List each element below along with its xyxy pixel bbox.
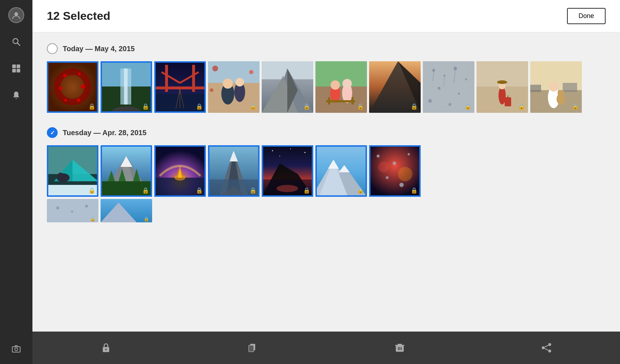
- lock-icon: 🔒: [411, 187, 418, 194]
- lock-icon: 🔒: [518, 103, 525, 110]
- svg-point-158: [542, 346, 545, 349]
- bell-icon[interactable]: [8, 87, 24, 103]
- svg-point-53: [342, 79, 352, 88]
- svg-point-91: [561, 90, 564, 93]
- lock-icon: 🔒: [357, 187, 364, 194]
- svg-point-125: [279, 156, 280, 156]
- photo-item[interactable]: 🔒: [369, 61, 421, 113]
- photo-item[interactable]: 🔒: [477, 61, 528, 113]
- svg-point-41: [210, 88, 213, 92]
- svg-rect-54: [326, 100, 355, 102]
- svg-rect-5: [12, 69, 16, 72]
- search-icon[interactable]: [8, 34, 24, 50]
- svg-rect-3: [12, 65, 16, 68]
- lock-icon: 🔒: [142, 103, 149, 110]
- svg-rect-6: [17, 69, 20, 72]
- photo-item[interactable]: 🔒: [154, 61, 206, 113]
- delete-toolbar-icon[interactable]: [389, 337, 411, 359]
- section-checkbox-tuesday[interactable]: [47, 127, 58, 138]
- svg-point-40: [249, 70, 253, 74]
- svg-rect-150: [249, 345, 254, 352]
- lock-toolbar-icon[interactable]: [95, 337, 117, 359]
- selected-count: 12 Selected: [47, 9, 110, 23]
- photo-item[interactable]: 🔒: [208, 61, 260, 113]
- photo-grid-tuesday-row2: 🔒 🔒: [47, 199, 606, 222]
- svg-point-157: [548, 343, 551, 346]
- photo-item[interactable]: 🔒: [47, 145, 98, 197]
- svg-point-124: [305, 152, 306, 153]
- svg-point-78: [497, 80, 507, 84]
- svg-point-37: [223, 79, 233, 89]
- svg-point-16: [59, 86, 62, 90]
- svg-line-161: [545, 349, 548, 350]
- section-date-tuesday: Tuesday — Apr. 28, 2015: [63, 129, 146, 137]
- section-checkbox-today[interactable]: [47, 43, 58, 54]
- photo-item[interactable]: 🔒: [262, 61, 313, 113]
- photo-item[interactable]: 🔒: [208, 145, 260, 197]
- svg-point-137: [393, 161, 396, 165]
- photo-item[interactable]: 🔒: [47, 199, 98, 222]
- photo-item[interactable]: 🔒: [315, 145, 367, 197]
- svg-point-65: [465, 78, 467, 80]
- lock-icon: 🔒: [303, 103, 310, 110]
- photo-item[interactable]: 🔒: [47, 61, 98, 113]
- svg-rect-27: [154, 86, 206, 89]
- photo-item[interactable]: 🔒: [154, 145, 206, 197]
- content-area: Today — May 4, 2015: [32, 32, 620, 332]
- svg-rect-48: [315, 61, 367, 86]
- svg-point-67: [458, 93, 460, 95]
- section-tuesday: Tuesday — Apr. 28, 2015: [47, 127, 606, 222]
- gallery-icon[interactable]: [8, 61, 24, 76]
- lock-icon: 🔒: [143, 216, 149, 222]
- svg-point-11: [63, 74, 67, 77]
- svg-point-140: [399, 183, 404, 187]
- lock-icon: 🔒: [303, 187, 310, 194]
- photo-item[interactable]: 🔒: [101, 145, 152, 197]
- svg-point-52: [331, 80, 340, 90]
- svg-point-143: [71, 210, 73, 213]
- done-button[interactable]: Done: [567, 8, 606, 24]
- svg-point-142: [56, 207, 59, 209]
- svg-point-148: [105, 349, 107, 350]
- camera-icon[interactable]: [8, 341, 24, 357]
- svg-point-121: [276, 185, 298, 192]
- photo-grid-today: 🔒: [47, 61, 606, 113]
- svg-point-144: [85, 205, 88, 208]
- share-toolbar-icon[interactable]: [536, 337, 557, 359]
- photo-item[interactable]: 🔒: [101, 61, 152, 113]
- svg-point-69: [448, 103, 451, 106]
- svg-point-122: [272, 150, 273, 151]
- lock-icon: 🔒: [142, 187, 149, 194]
- svg-rect-4: [17, 65, 20, 68]
- lock-icon: 🔒: [572, 103, 579, 110]
- avatar-icon[interactable]: [8, 7, 24, 23]
- photo-grid-tuesday: 🔒: [47, 145, 606, 197]
- section-header-today: Today — May 4, 2015: [47, 43, 606, 54]
- svg-rect-29: [192, 65, 195, 92]
- svg-point-0: [14, 12, 18, 16]
- section-today: Today — May 4, 2015: [47, 43, 606, 113]
- svg-point-12: [78, 72, 81, 75]
- lock-icon: 🔒: [411, 103, 418, 110]
- svg-point-68: [428, 99, 432, 103]
- photo-item[interactable]: 🔒: [315, 61, 367, 113]
- photo-item[interactable]: 🔒: [262, 145, 313, 197]
- svg-point-15: [64, 99, 67, 102]
- svg-line-2: [18, 43, 20, 46]
- svg-point-90: [558, 90, 561, 93]
- svg-point-66: [438, 87, 440, 90]
- lock-icon: 🔒: [196, 103, 203, 110]
- svg-point-159: [548, 350, 551, 352]
- photo-item[interactable]: 🔒: [369, 145, 421, 197]
- svg-point-135: [398, 167, 412, 181]
- photo-item[interactable]: 🔒: [101, 199, 152, 222]
- copy-toolbar-icon[interactable]: [242, 337, 264, 359]
- svg-rect-79: [505, 97, 511, 106]
- svg-point-13: [81, 84, 85, 89]
- svg-point-87: [549, 81, 559, 92]
- lock-icon: 🔒: [88, 187, 96, 194]
- photo-item[interactable]: 🔒: [530, 61, 582, 113]
- photo-item[interactable]: 🔒: [423, 61, 474, 113]
- lock-icon: 🔒: [249, 103, 257, 110]
- svg-rect-84: [563, 83, 577, 92]
